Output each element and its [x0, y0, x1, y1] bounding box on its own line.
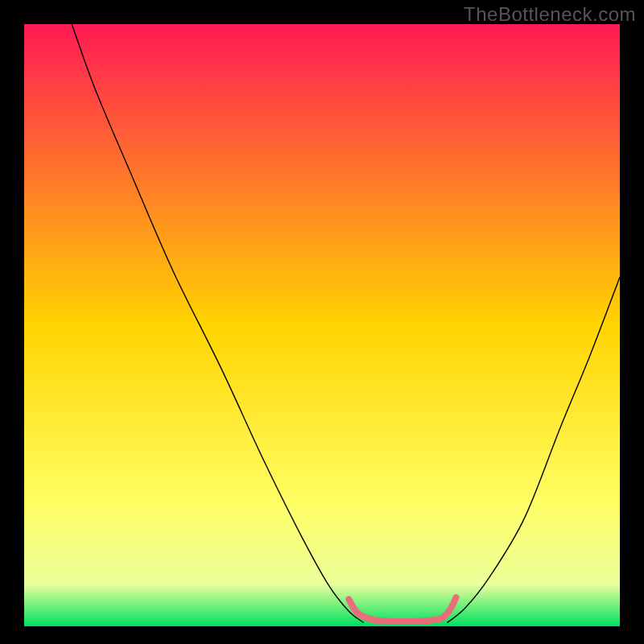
chart-svg: [24, 24, 620, 626]
watermark-label: TheBottleneck.com: [464, 3, 636, 26]
chart-frame: TheBottleneck.com: [0, 0, 644, 644]
chart-background: [24, 24, 620, 626]
bottleneck-chart: [24, 24, 620, 626]
